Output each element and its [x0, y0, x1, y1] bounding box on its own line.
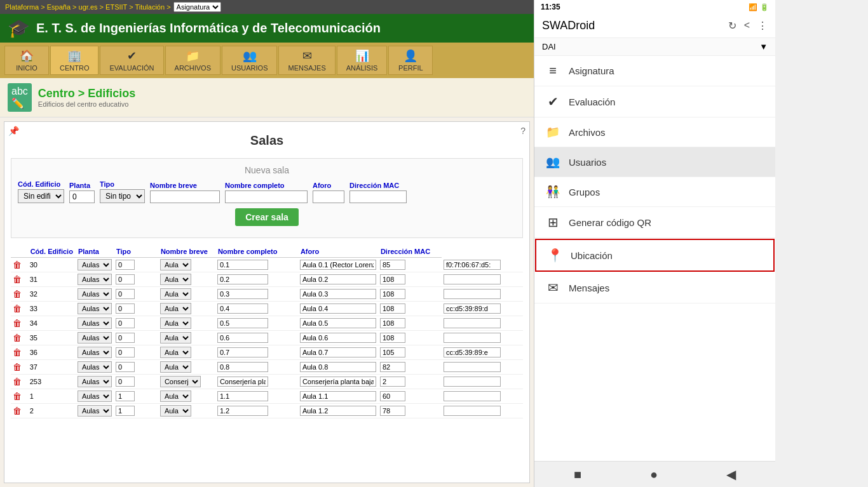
input-nombre-breve-5[interactable]: [217, 333, 268, 343]
nav-centro[interactable]: 🏢 CENTRO: [50, 46, 98, 75]
menu-item-evaluacion[interactable]: ✔ Evaluación: [534, 86, 775, 117]
nav-evaluacion[interactable]: ✔ EVALUACIÓN: [100, 46, 163, 75]
input-nombre-completo[interactable]: [225, 190, 308, 203]
input-nombre-completo-10[interactable]: [300, 406, 376, 416]
input-planta-8[interactable]: [116, 377, 135, 387]
select-tipo-edificio-4[interactable]: Aulas: [78, 317, 112, 329]
input-nombre-breve-8[interactable]: [217, 377, 268, 387]
menu-item-grupos[interactable]: 👫 Grupos: [534, 177, 775, 207]
input-nombre-completo-2[interactable]: [300, 289, 376, 299]
select-tipo-edificio-8[interactable]: Aulas: [78, 376, 112, 387]
crear-sala-button[interactable]: Crear sala: [235, 208, 299, 226]
input-mac-2[interactable]: [444, 289, 501, 299]
select-tipo-edificio-6[interactable]: Aulas: [78, 347, 112, 358]
select-tipo-edificio-2[interactable]: Aulas: [78, 288, 112, 300]
input-planta-6[interactable]: [116, 347, 135, 357]
input-nombre-breve-1[interactable]: [217, 274, 268, 284]
select-tipo-edificio-1[interactable]: Aulas: [78, 274, 112, 285]
delete-btn-1[interactable]: 🗑: [13, 274, 22, 284]
share-icon[interactable]: <: [744, 20, 750, 32]
select-tipo-edificio-3[interactable]: Aulas: [78, 303, 112, 314]
input-nombre-completo-1[interactable]: [300, 274, 376, 284]
input-mac-1[interactable]: [444, 274, 501, 284]
input-nombre-completo-3[interactable]: [300, 304, 376, 314]
input-nombre-breve[interactable]: [150, 190, 220, 203]
input-nombre-completo-6[interactable]: [300, 347, 376, 357]
select-tipo-sala-1[interactable]: Aula: [160, 274, 191, 285]
input-nombre-completo-8[interactable]: [300, 377, 376, 387]
input-planta-4[interactable]: [116, 318, 135, 328]
menu-item-qr[interactable]: ⊞ Generar código QR: [534, 207, 775, 238]
input-nombre-completo-5[interactable]: [300, 333, 376, 343]
input-mac-9[interactable]: [444, 391, 501, 401]
input-planta-2[interactable]: [116, 289, 135, 299]
input-nombre-breve-6[interactable]: [217, 347, 268, 357]
home-button[interactable]: ●: [650, 467, 658, 482]
delete-btn-8[interactable]: 🗑: [13, 377, 22, 387]
delete-btn-10[interactable]: 🗑: [13, 406, 22, 416]
asignatura-select[interactable]: Asignatura: [173, 2, 221, 12]
select-tipo-edificio-7[interactable]: Aulas: [78, 361, 112, 373]
more-icon[interactable]: ⋮: [757, 20, 768, 32]
select-tipo-edificio-0[interactable]: Aulas: [78, 259, 112, 270]
select-tipo-sala-3[interactable]: Aula: [160, 303, 191, 314]
select-tipo-sala-6[interactable]: Aula: [160, 347, 191, 358]
delete-btn-6[interactable]: 🗑: [13, 347, 22, 357]
pin-icon[interactable]: 📌: [8, 126, 19, 136]
nav-inicio[interactable]: 🏠 INICIO: [4, 46, 49, 75]
input-aforo-3[interactable]: [380, 304, 405, 314]
input-aforo-10[interactable]: [380, 406, 405, 416]
select-tipo-edificio-5[interactable]: Aulas: [78, 332, 112, 344]
input-planta-10[interactable]: [116, 406, 135, 416]
input-aforo-1[interactable]: [380, 274, 405, 284]
input-nombre-completo-7[interactable]: [300, 362, 376, 372]
menu-item-asignatura[interactable]: ≡ Asignatura: [534, 56, 775, 86]
delete-btn-5[interactable]: 🗑: [13, 333, 22, 343]
input-mac-4[interactable]: [444, 318, 501, 328]
menu-item-mensajes[interactable]: ✉ Mensajes: [534, 272, 775, 304]
input-nombre-breve-10[interactable]: [217, 406, 268, 416]
input-mac[interactable]: [349, 190, 407, 203]
input-planta[interactable]: [69, 190, 95, 203]
input-mac-3[interactable]: [444, 304, 501, 314]
nav-perfil[interactable]: 👤 PERFIL: [388, 46, 433, 75]
input-aforo-5[interactable]: [380, 333, 405, 343]
stop-button[interactable]: ■: [574, 467, 581, 482]
input-nombre-breve-9[interactable]: [217, 391, 268, 401]
delete-btn-3[interactable]: 🗑: [13, 304, 22, 314]
select-tipo-sala-5[interactable]: Aula: [160, 332, 191, 344]
input-nombre-completo-0[interactable]: [300, 260, 376, 270]
select-tipo-sala-9[interactable]: Aula: [160, 390, 191, 402]
input-aforo-6[interactable]: [380, 347, 405, 357]
nav-archivos[interactable]: 📁 ARCHIVOS: [165, 46, 220, 75]
input-planta-7[interactable]: [116, 362, 135, 372]
select-tipo-sala-2[interactable]: Aula: [160, 288, 191, 300]
select-tipo[interactable]: Sin tipo: [100, 189, 145, 203]
input-nombre-breve-2[interactable]: [217, 289, 268, 299]
back-button[interactable]: ◀: [726, 467, 736, 482]
input-aforo-4[interactable]: [380, 318, 405, 328]
input-nombre-breve-4[interactable]: [217, 318, 268, 328]
input-aforo-8[interactable]: [380, 377, 405, 387]
delete-btn-0[interactable]: 🗑: [13, 260, 22, 270]
select-tipo-sala-0[interactable]: Aula: [160, 259, 191, 270]
input-nombre-completo-4[interactable]: [300, 318, 376, 328]
input-aforo-2[interactable]: [380, 289, 405, 299]
select-tipo-edificio-10[interactable]: Aulas: [78, 405, 112, 417]
input-planta-1[interactable]: [116, 274, 135, 284]
delete-btn-7[interactable]: 🗑: [13, 362, 22, 372]
input-aforo-0[interactable]: [380, 260, 405, 270]
select-tipo-sala-4[interactable]: Aula: [160, 317, 191, 329]
input-planta-5[interactable]: [116, 333, 135, 343]
delete-btn-4[interactable]: 🗑: [13, 318, 22, 328]
input-planta-9[interactable]: [116, 391, 135, 401]
input-aforo-9[interactable]: [380, 391, 405, 401]
input-mac-7[interactable]: [444, 362, 501, 372]
input-planta-3[interactable]: [116, 304, 135, 314]
input-mac-0[interactable]: [444, 260, 501, 270]
select-cod-edificio[interactable]: Sin edifi: [18, 189, 64, 203]
input-mac-6[interactable]: [444, 347, 501, 357]
help-icon[interactable]: ?: [520, 126, 526, 136]
input-nombre-breve-7[interactable]: [217, 362, 268, 372]
input-mac-8[interactable]: [444, 377, 501, 387]
